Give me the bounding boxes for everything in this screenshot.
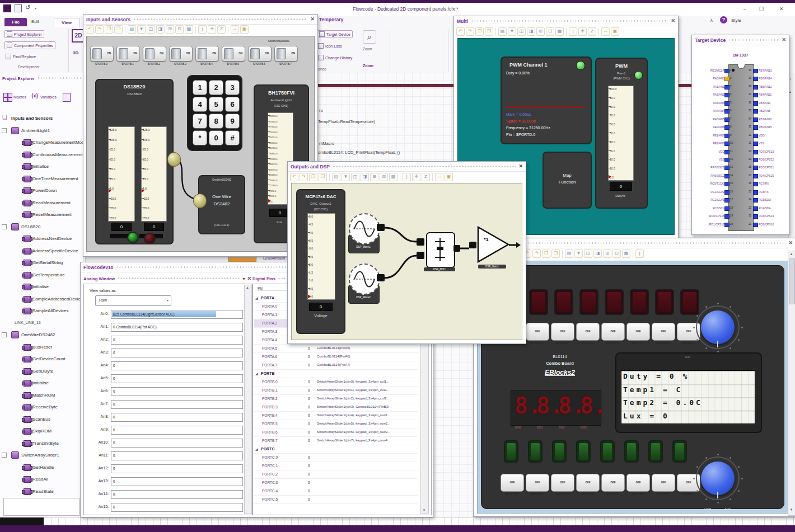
window-multi-titlebar[interactable]: Multi✕: [454, 16, 678, 26]
pin-pad-right[interactable]: [753, 166, 758, 170]
keypad-key-4[interactable]: 4: [193, 97, 207, 112]
tool-icon-7[interactable]: ◨: [361, 173, 369, 181]
digital-pin-row[interactable]: PORTC.40: [254, 487, 418, 496]
window-target-device-titlebar[interactable]: Target Device✕: [692, 35, 789, 45]
tool-icon-3[interactable]: ❐: [485, 27, 493, 36]
variables-tab-label[interactable]: Variables: [40, 95, 57, 99]
tree-item-getidbyte[interactable]: GetIDByte: [0, 366, 83, 377]
pin-pad-right[interactable]: [753, 142, 758, 146]
keypad-key-#[interactable]: #: [225, 130, 240, 145]
pin-pad-right[interactable]: [753, 190, 758, 195]
analog-row-field[interactable]: 0: [111, 477, 243, 486]
tab-file[interactable]: File: [4, 18, 27, 26]
pin-pad-left[interactable]: [724, 85, 729, 90]
digital-pin-row[interactable]: PORTB.70SwitchArraySlider1(pin7), keypad…: [254, 437, 418, 445]
canvas-up-arrow-icon[interactable]: ▴: [789, 90, 791, 93]
tool-icon-2[interactable]: ❐: [309, 173, 317, 181]
tree-item-changemeasurementmode[interactable]: ChangeMeasurementMode: [0, 137, 83, 148]
pin-pad-left[interactable]: [724, 223, 729, 227]
pin-pad-left[interactable]: [724, 109, 729, 114]
tool-icon-14[interactable]: ↔: [435, 173, 443, 181]
window-close-icon[interactable]: ✕: [671, 18, 675, 23]
pin-pad-left[interactable]: [724, 125, 729, 130]
pin-pad-right[interactable]: [753, 198, 758, 203]
tool-icon-11[interactable]: |: [198, 25, 207, 34]
macros-tab-icon[interactable]: [3, 93, 11, 101]
app-icon[interactable]: [3, 4, 11, 12]
help-icon[interactable]: ?: [720, 16, 727, 23]
tool-icon-14[interactable]: ↔: [601, 27, 610, 36]
tool-icon-8[interactable]: ⊞: [370, 173, 378, 181]
ribbon-3d-panel-button[interactable]: 3D: [73, 50, 78, 55]
window-close-icon[interactable]: ✕: [782, 37, 786, 43]
tree-item-switcharrayslider1[interactable]: -SwitchArraySlider1: [0, 450, 83, 461]
analog-row-field[interactable]: 0: [111, 361, 243, 370]
digital-pin-row[interactable]: PORTB.20SwitchArraySlider1(pin2), keypad…: [254, 395, 418, 403]
board-scroll-up-icon[interactable]: ▲: [788, 252, 794, 256]
tree-item-onetimemeasurement[interactable]: OneTimeMeasurement: [0, 173, 83, 185]
tool-icon-10[interactable]: ▦: [185, 25, 193, 34]
board-switch-top[interactable]: OFF: [576, 323, 600, 341]
window-close-icon[interactable]: ✕: [518, 164, 523, 169]
tool-icon-9[interactable]: ⊡: [380, 173, 388, 181]
board-switch-bottom[interactable]: OFF: [601, 474, 625, 492]
tool-icon-2[interactable]: ❐: [475, 27, 484, 36]
minimize-button[interactable]: –: [743, 6, 746, 12]
toggle-switch[interactable]: ON: [195, 46, 219, 62]
pin-pad-left[interactable]: [724, 198, 729, 203]
board-switch-bottom[interactable]: OFF: [626, 474, 650, 492]
restore-button[interactable]: ❐: [759, 6, 764, 12]
pin-pad-left[interactable]: [724, 206, 729, 211]
analog-row-field[interactable]: 0: [111, 439, 243, 448]
pin-pad-right[interactable]: [753, 182, 758, 186]
tool-icon-8[interactable]: ⊞: [536, 27, 545, 36]
pin-pad-left[interactable]: [724, 150, 729, 154]
tree-item-readstate[interactable]: ReadState: [0, 486, 83, 497]
tool-icon-2[interactable]: ❐: [542, 249, 550, 258]
tree-item-getserialstring[interactable]: GetSerialString: [0, 257, 83, 269]
tool-icon-8[interactable]: ⊞: [603, 249, 611, 258]
pin-pad-right[interactable]: [753, 93, 758, 97]
expand-icon[interactable]: -: [2, 453, 7, 458]
digital-pin-row[interactable]: PORTA.70ComboBL0114(PinA7): [254, 361, 418, 370]
keypad-key-0[interactable]: 0: [209, 130, 223, 145]
board-switch-bottom[interactable]: OFF: [652, 474, 675, 492]
ds18b20-slider-2[interactable]: 125.0105.085.065.045.025.05.0-15.0-35.0-…: [141, 126, 167, 222]
pin-pad-left[interactable]: [724, 101, 729, 106]
expand-icon[interactable]: -: [2, 224, 7, 229]
tab-edit[interactable]: Edit: [31, 19, 39, 24]
keypad-key-2[interactable]: 2: [209, 80, 223, 95]
digital-pin-row[interactable]: ◢PORTB: [254, 370, 418, 378]
board-switch-bottom[interactable]: OFF: [501, 474, 524, 492]
tree-item-gettemperature[interactable]: GetTemperature: [0, 270, 83, 281]
keypad-key-5[interactable]: 5: [209, 97, 223, 112]
zoom-icon[interactable]: ⌕: [363, 30, 376, 44]
tool-icon-6[interactable]: ◫: [351, 173, 359, 181]
digital-pin-row[interactable]: PORTA.60ComboBL0114(PinA6): [254, 353, 418, 361]
tree-item-link-line-13[interactable]: LINK_LINE_13: [0, 318, 83, 329]
keypad-key-1[interactable]: 1: [193, 80, 207, 95]
tool-icon-4[interactable]: ▤: [332, 173, 340, 181]
board-switch-bottom[interactable]: OFF: [526, 474, 549, 492]
tool-icon-6[interactable]: ◫: [147, 25, 155, 34]
tree-item-resetmeasurement[interactable]: ResetMeasurement: [0, 209, 83, 220]
analog-row-field[interactable]: 0: [111, 374, 243, 383]
pin-pad-right[interactable]: [753, 223, 758, 227]
tree-item-matchrom[interactable]: MatchROM: [0, 390, 83, 401]
pin-pad-right[interactable]: [753, 85, 758, 90]
tool-icon-7[interactable]: ◨: [593, 249, 602, 258]
pin-pad-right[interactable]: [753, 125, 758, 130]
tool-icon-15[interactable]: ▣: [611, 27, 619, 36]
canvas-right-arrow-icon[interactable]: ›: [790, 77, 791, 81]
toggle-switch[interactable]: ON: [222, 46, 245, 62]
tool-icon-0[interactable]: ↶: [86, 25, 94, 34]
tool-icon-12[interactable]: ✛: [412, 173, 420, 181]
tool-icon-5[interactable]: ▼: [574, 249, 583, 258]
analog-row-field[interactable]: 0: [111, 503, 243, 512]
tree-item-addressspecificdevice[interactable]: AddressSpecificDevice: [0, 246, 83, 257]
tree-item-samplealldevices[interactable]: SampleAllDevices: [0, 305, 83, 317]
tree-item-initialise[interactable]: Initialise: [0, 161, 83, 172]
toggle-switch[interactable]: ON: [143, 46, 166, 62]
tool-icon-6[interactable]: ◫: [517, 27, 526, 36]
tree-item-inputs-and-sensors[interactable]: ❏Inputs and Sensors: [0, 113, 83, 124]
